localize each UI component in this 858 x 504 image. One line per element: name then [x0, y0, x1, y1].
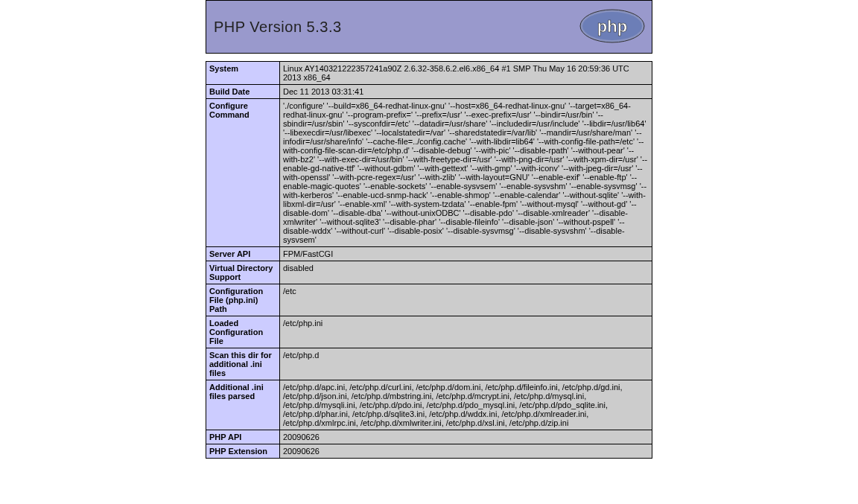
table-row: Build DateDec 11 2013 03:31:41: [206, 85, 652, 99]
row-value: Dec 11 2013 03:31:41: [280, 85, 652, 99]
row-value: './configure' '--build=x86_64-redhat-lin…: [280, 99, 652, 247]
row-label: PHP Extension: [206, 444, 280, 459]
row-value: 20090626: [280, 444, 652, 459]
row-label: Loaded Configuration File: [206, 316, 280, 348]
row-value: /etc: [280, 284, 652, 316]
row-value: Linux AY140321222357241a90Z 2.6.32-358.6…: [280, 62, 652, 85]
row-label: Configure Command: [206, 99, 280, 247]
table-row: SystemLinux AY140321222357241a90Z 2.6.32…: [206, 62, 652, 85]
page-title: PHP Version 5.3.3: [214, 19, 342, 36]
row-label: Configuration File (php.ini) Path: [206, 284, 280, 316]
php-logo: php: [579, 8, 646, 47]
row-label: Virtual Directory Support: [206, 261, 280, 284]
table-row: Configure Command './configure' '--build…: [206, 99, 652, 247]
row-label: Server API: [206, 247, 280, 261]
table-row: Configuration File (php.ini) Path/etc: [206, 284, 652, 316]
row-label: System: [206, 62, 280, 85]
row-value: 20090626: [280, 430, 652, 444]
table-row: Server APIFPM/FastCGI: [206, 247, 652, 261]
table-row: Loaded Configuration File/etc/php.ini: [206, 316, 652, 348]
row-value: FPM/FastCGI: [280, 247, 652, 261]
table-row: Additional .ini files parsed/etc/php.d/a…: [206, 380, 652, 430]
phpinfo-table: SystemLinux AY140321222357241a90Z 2.6.32…: [206, 61, 652, 459]
row-value: disabled: [280, 261, 652, 284]
row-value: /etc/php.ini: [280, 316, 652, 348]
table-row: Virtual Directory Supportdisabled: [206, 261, 652, 284]
row-label: Additional .ini files parsed: [206, 380, 280, 430]
table-row: PHP API20090626: [206, 430, 652, 444]
row-label: PHP API: [206, 430, 280, 444]
row-value: /etc/php.d: [280, 348, 652, 380]
row-label: Build Date: [206, 85, 280, 99]
row-label: Scan this dir for additional .ini files: [206, 348, 280, 380]
svg-text:php: php: [597, 17, 627, 36]
table-row: Scan this dir for additional .ini files/…: [206, 348, 652, 380]
table-row: PHP Extension20090626: [206, 444, 652, 459]
header: PHP Version 5.3.3 php: [206, 0, 652, 54]
row-value: /etc/php.d/apc.ini, /etc/php.d/curl.ini,…: [280, 380, 652, 430]
